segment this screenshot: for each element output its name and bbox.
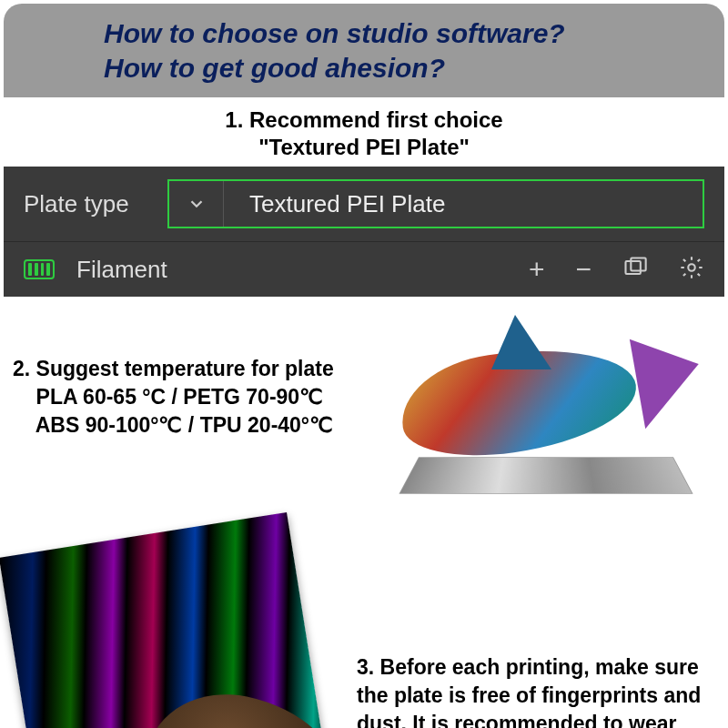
printed-model-illustration: [364, 297, 701, 515]
slicer-ui-panel: Plate type Textured PEI Plate Filament +…: [4, 167, 724, 297]
filament-spool-icon: [24, 258, 64, 281]
plate-type-dropdown[interactable]: Textured PEI Plate: [167, 179, 704, 228]
svg-rect-0: [626, 261, 641, 274]
step1-caption: 1. Recommend first choice "Textured PEI …: [0, 106, 728, 161]
step1-line2: "Textured PEI Plate": [258, 135, 470, 159]
svg-rect-1: [631, 258, 645, 271]
bottom-section: 3. Before each printing, make sure the p…: [0, 633, 728, 728]
step2-line3: ABS 90-100°℃ / TPU 20-40°℃: [35, 413, 333, 437]
step2-line1: 2. Suggest temperature for plate: [13, 357, 334, 380]
add-filament-button[interactable]: +: [529, 256, 545, 283]
step2-caption: 2. Suggest temperature for plate PLA 60-…: [13, 355, 334, 440]
remove-filament-button[interactable]: −: [575, 256, 592, 283]
svg-point-2: [688, 264, 694, 270]
filament-label: Filament: [76, 256, 167, 284]
chevron-down-icon[interactable]: [169, 181, 224, 227]
gear-icon[interactable]: [679, 255, 704, 284]
plate-type-row: Plate type Textured PEI Plate: [4, 167, 724, 242]
filament-toolbar: + −: [529, 255, 704, 284]
step1-line1: 1. Recommend first choice: [225, 107, 502, 132]
plate-type-value: Textured PEI Plate: [224, 190, 445, 218]
filament-row: Filament + −: [4, 242, 724, 297]
header-line2: How to get good ahesion?: [104, 53, 445, 83]
header-banner: How to choose on studio software? How to…: [4, 4, 724, 97]
step3-caption: 3. Before each printing, make sure the p…: [357, 653, 703, 728]
header-line1: How to choose on studio software?: [104, 18, 565, 48]
sync-icon[interactable]: [622, 255, 648, 284]
plate-type-label: Plate type: [24, 190, 151, 218]
step2-line2: PLA 60-65 °C / PETG 70-90℃: [36, 385, 324, 409]
header-title: How to choose on studio software? How to…: [104, 16, 708, 85]
